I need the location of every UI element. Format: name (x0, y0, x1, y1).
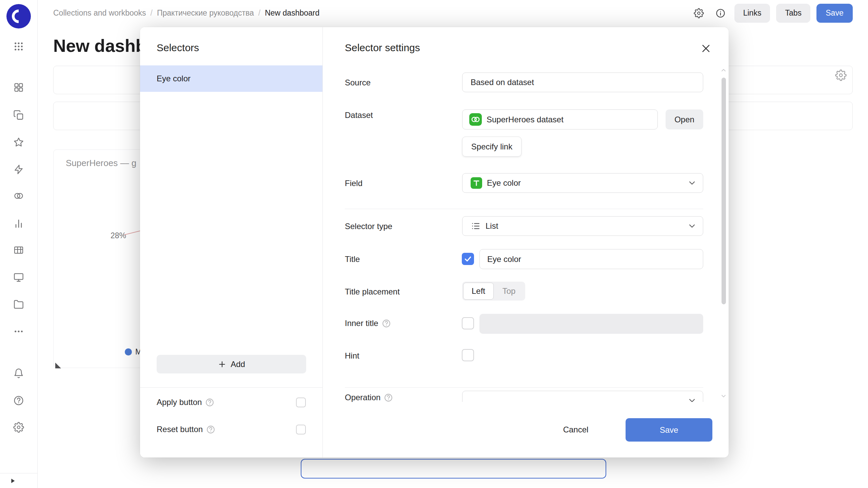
chevron-down-icon (687, 221, 697, 231)
breadcrumb-collections[interactable]: Collections and workbooks (53, 8, 146, 18)
field-select[interactable]: Eye color (462, 173, 703, 193)
title-label: Title (345, 255, 360, 264)
settings-gear-icon[interactable] (13, 422, 24, 433)
settings-panel-title: Selector settings (345, 42, 420, 54)
inner-title-checkbox[interactable] (462, 317, 474, 329)
chevron-down-icon (687, 78, 697, 87)
settings-form: Source Based on dataset Dataset SuperHer… (323, 69, 729, 402)
links-button[interactable]: Links (734, 4, 770, 23)
specify-link-button[interactable]: Specify link (462, 137, 521, 157)
star-icon[interactable] (13, 137, 24, 148)
sidebar-divider (0, 473, 37, 473)
more-icon[interactable] (13, 326, 24, 337)
chevron-down-icon (687, 178, 697, 188)
add-button-label: Add (231, 360, 245, 369)
reset-button-row: Reset button (157, 422, 306, 436)
legend-dot (125, 348, 132, 355)
open-dataset-button[interactable]: Open (666, 109, 703, 129)
sidebar (0, 0, 38, 488)
operation-label: Operation (345, 393, 380, 402)
breadcrumb: Collections and workbooks / Практические… (53, 8, 319, 18)
hint-label: Hint (345, 351, 359, 361)
help-circle-icon[interactable] (382, 319, 391, 328)
folder-icon[interactable] (13, 299, 24, 310)
dataset-name: SuperHeroes dataset (487, 115, 564, 124)
placement-left-option[interactable]: Left (463, 283, 494, 300)
scroll-down-icon[interactable] (720, 392, 727, 399)
settings-panel: Selector settings Source Based on datase… (323, 27, 729, 458)
selector-settings-dialog: Selectors Eye color Add Apply button (140, 27, 729, 458)
field-label: Field (345, 179, 362, 188)
topbar-actions: Links Tabs Save (691, 4, 853, 23)
help-icon[interactable] (13, 395, 24, 406)
apply-button-checkbox[interactable] (296, 398, 306, 407)
source-label: Source (345, 78, 371, 87)
add-selector-button[interactable]: Add (157, 355, 306, 373)
source-select[interactable]: Based on dataset (462, 73, 703, 92)
header-save-button[interactable]: Save (816, 4, 853, 23)
lightning-icon[interactable] (13, 164, 24, 175)
chart-legend-item[interactable]: M (125, 347, 142, 357)
selector-item-label: Eye color (157, 74, 191, 83)
breadcrumb-current: New dashboard (265, 8, 319, 18)
widgets-icon[interactable] (13, 82, 24, 93)
breadcrumb-workbook[interactable]: Практические руководства (157, 8, 254, 18)
datalens-logo-icon[interactable] (6, 4, 31, 28)
chevron-down-icon (687, 396, 697, 402)
scrollbar-thumb[interactable] (722, 78, 726, 304)
scroll-up-icon[interactable] (720, 67, 727, 74)
breadcrumb-separator: / (258, 8, 260, 18)
copy-icon[interactable] (13, 110, 24, 121)
selector-type-select[interactable]: List (462, 216, 703, 236)
help-circle-icon[interactable] (206, 425, 215, 434)
inner-title-input-disabled (479, 314, 703, 334)
reset-button-checkbox[interactable] (296, 425, 306, 434)
title-input[interactable] (479, 249, 703, 269)
selectors-panel-title: Selectors (157, 42, 199, 54)
section-divider (345, 387, 703, 388)
list-icon (471, 221, 481, 231)
section-divider (345, 209, 703, 209)
dashboard-settings-gear-icon[interactable] (691, 5, 707, 21)
panel-divider (140, 387, 322, 388)
inner-title-label: Inner title (345, 319, 378, 328)
selector-type-value: List (486, 221, 498, 231)
expand-sidebar-icon[interactable] (7, 476, 18, 486)
widget-resize-handle[interactable] (55, 363, 61, 368)
widget-gear-icon[interactable] (835, 69, 847, 81)
field-value: Eye color (487, 178, 521, 188)
source-value: Based on dataset (471, 78, 534, 87)
cancel-button[interactable]: Cancel (557, 420, 595, 440)
reset-button-label: Reset button (157, 425, 203, 434)
tabs-button[interactable]: Tabs (776, 4, 810, 23)
selector-list-item-selected[interactable]: Eye color (140, 65, 322, 92)
dataset-icon (469, 113, 482, 126)
pie-slice-label: 28% (111, 231, 126, 240)
help-circle-icon[interactable] (384, 393, 393, 402)
hint-checkbox[interactable] (462, 349, 474, 361)
dataset-field[interactable]: SuperHeroes dataset (462, 109, 658, 129)
bell-icon[interactable] (13, 368, 24, 379)
title-placement-label: Title placement (345, 287, 400, 297)
selector-type-label: Selector type (345, 222, 392, 231)
title-placement-segmented: Left Top (462, 282, 525, 301)
string-type-icon (471, 177, 482, 189)
operation-select[interactable] (462, 391, 703, 402)
inner-title-label-wrap: Inner title (345, 319, 391, 328)
bar-chart-icon[interactable] (13, 218, 24, 229)
monitor-icon[interactable] (13, 272, 24, 283)
placement-top-option[interactable]: Top (494, 283, 524, 300)
title-checkbox[interactable] (462, 253, 474, 265)
breadcrumb-separator: / (151, 8, 153, 18)
operation-label-wrap: Operation (345, 393, 393, 402)
close-icon[interactable] (698, 41, 714, 56)
table-icon[interactable] (13, 245, 24, 256)
linked-circles-icon[interactable] (13, 190, 24, 201)
info-icon[interactable] (713, 5, 728, 21)
apps-grid-icon[interactable] (13, 41, 24, 52)
topbar: Collections and workbooks / Практические… (38, 0, 868, 26)
chart-title: SuperHeroes — g (66, 158, 136, 168)
modal-save-button[interactable]: Save (626, 418, 712, 442)
selector-widget-selected[interactable] (301, 459, 606, 479)
help-circle-icon[interactable] (205, 398, 214, 407)
